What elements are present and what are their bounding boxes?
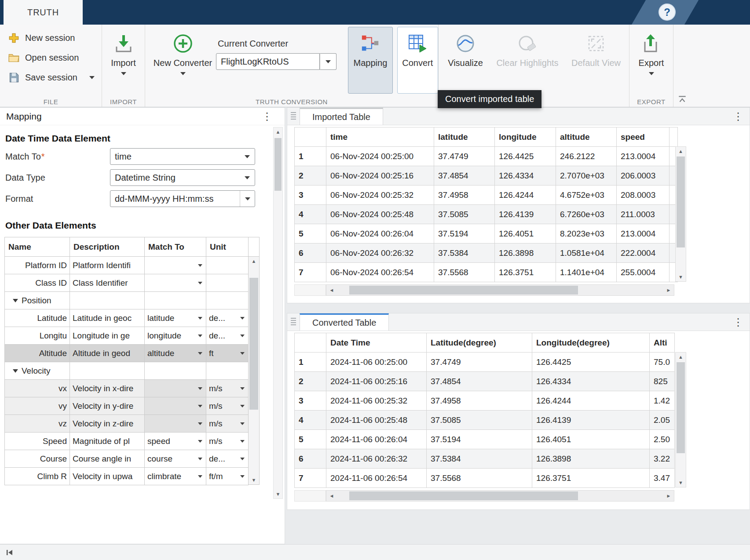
scroll-down-icon[interactable]: ▼: [274, 490, 282, 498]
element-description-cell[interactable]: Altitude in geod: [70, 345, 145, 362]
unit-cell-dropdown[interactable]: de...: [206, 450, 249, 468]
convert-button[interactable]: Convert: [397, 27, 438, 94]
element-name-cell[interactable]: vx: [5, 380, 70, 397]
cell-speed[interactable]: 211.0003: [617, 205, 670, 224]
cell-longitude[interactable]: 126.4425: [495, 147, 556, 166]
cell-longitude[interactable]: 126.3898: [532, 449, 650, 469]
table-row[interactable]: 5 2024-11-06 00:26:04 37.5194 126.4051 2…: [295, 430, 675, 449]
cell-time[interactable]: 06-Nov-2024 00:25:00: [326, 147, 434, 166]
scrollbar-thumb[interactable]: [249, 278, 258, 410]
element-name-cell[interactable]: Velocity: [5, 362, 70, 380]
cell-altitude[interactable]: 1.1401e+04: [556, 263, 617, 282]
tab-truth[interactable]: TRUTH: [4, 0, 83, 25]
cell-latitude[interactable]: 37.5085: [434, 205, 495, 224]
cell-speed[interactable]: 255.0004: [617, 263, 670, 282]
unit-cell-dropdown[interactable]: m/s: [206, 380, 249, 397]
cell-longitude[interactable]: 126.4244: [495, 185, 556, 205]
cell-date-time[interactable]: 2024-11-06 00:26:04: [326, 430, 427, 449]
panel-menu-icon[interactable]: ⋮: [259, 108, 275, 125]
scroll-down-icon[interactable]: ▼: [676, 273, 686, 281]
unit-cell-dropdown[interactable]: m/s: [206, 397, 249, 415]
converted-horizontal-scrollbar[interactable]: ◄ ►: [326, 490, 674, 502]
unit-cell-dropdown[interactable]: [206, 257, 249, 274]
match-to-cell-dropdown[interactable]: [145, 362, 206, 380]
cell-altitude-clipped[interactable]: 2.50: [650, 430, 675, 449]
table-row[interactable]: 3 06-Nov-2024 00:25:32 37.4958 126.4244 …: [295, 185, 678, 205]
table-row[interactable]: 7 2024-11-06 00:26:54 37.5568 126.3751 3…: [295, 469, 675, 488]
cell-latitude[interactable]: 37.5384: [434, 244, 495, 263]
cell-time[interactable]: 06-Nov-2024 00:25:32: [326, 185, 434, 205]
cell-time[interactable]: 06-Nov-2024 00:26:32: [326, 244, 434, 263]
table-row[interactable]: 5 06-Nov-2024 00:26:04 37.5194 126.4051 …: [295, 224, 678, 244]
element-name-cell[interactable]: Latitude: [5, 309, 70, 327]
mapping-table-row[interactable]: Altitude Altitude in geod altitude ft: [5, 345, 249, 362]
table-row[interactable]: 2 2024-11-06 00:25:16 37.4854 126.4334 8…: [295, 372, 675, 391]
cell-longitude[interactable]: 126.4051: [532, 430, 650, 449]
cell-latitude[interactable]: 37.4749: [434, 147, 495, 166]
mapping-table-row[interactable]: Position: [5, 292, 249, 309]
combobox-dropdown-button[interactable]: [320, 53, 337, 70]
element-name-cell[interactable]: Climb R: [5, 468, 70, 485]
element-description-cell[interactable]: Latitude in geoc: [70, 309, 145, 327]
mapping-toggle-button[interactable]: Mapping: [348, 27, 392, 94]
collapse-ribbon-icon[interactable]: [676, 94, 688, 105]
mapping-table-row[interactable]: Class ID Class Identifier: [5, 274, 249, 292]
scrollbar-track[interactable]: [676, 361, 686, 478]
cell-altitude-clipped[interactable]: 75.0: [650, 353, 675, 372]
element-name-cell[interactable]: Platform ID: [5, 257, 70, 274]
mapping-table-row[interactable]: Climb R Velocity in upwa climbrate ft/m: [5, 468, 249, 485]
scrollbar-track[interactable]: [249, 265, 259, 476]
cell-date-time[interactable]: 2024-11-06 00:25:00: [326, 353, 427, 372]
scroll-down-icon[interactable]: ▼: [249, 476, 259, 484]
panel-menu-icon[interactable]: ⋮: [730, 108, 746, 125]
cell-altitude[interactable]: 4.6752e+03: [556, 185, 617, 205]
cell-latitude[interactable]: 37.4854: [434, 166, 495, 185]
unit-cell-dropdown[interactable]: de...: [206, 327, 249, 345]
element-name-cell[interactable]: Speed: [5, 433, 70, 450]
scrollbar-track[interactable]: [337, 491, 663, 501]
unit-cell-dropdown[interactable]: de...: [206, 309, 249, 327]
cell-time[interactable]: 06-Nov-2024 00:26:04: [326, 224, 434, 244]
export-button[interactable]: Export: [629, 27, 673, 94]
scrollbar-thumb[interactable]: [274, 138, 282, 191]
collapse-arrow-icon[interactable]: [13, 299, 18, 302]
cell-date-time[interactable]: 2024-11-06 00:25:16: [326, 372, 427, 391]
mapping-table-row[interactable]: Latitude Latitude in geoc latitude de...: [5, 309, 249, 327]
chevron-down-icon[interactable]: [649, 72, 654, 75]
cell-longitude[interactable]: 126.4425: [532, 353, 650, 372]
cell-altitude-clipped[interactable]: 3.47: [650, 469, 675, 488]
scroll-up-icon[interactable]: ▲: [249, 257, 259, 265]
cell-speed[interactable]: 206.0003: [617, 166, 670, 185]
mapping-table-row[interactable]: Longitu Longitude in ge longitude de...: [5, 327, 249, 345]
element-description-cell[interactable]: Velocity in x-dire: [70, 380, 145, 397]
match-to-cell-dropdown[interactable]: course: [145, 450, 206, 468]
cell-latitude[interactable]: 37.4958: [434, 185, 495, 205]
table-row[interactable]: 6 06-Nov-2024 00:26:32 37.5384 126.3898 …: [295, 244, 678, 263]
panel-grip-icon[interactable]: [291, 112, 296, 120]
scroll-up-icon[interactable]: ▲: [676, 147, 686, 156]
match-to-cell-dropdown[interactable]: [145, 274, 206, 292]
cell-date-time[interactable]: 2024-11-06 00:25:32: [326, 391, 427, 411]
help-button[interactable]: ?: [659, 4, 676, 21]
cell-latitude[interactable]: 37.4958: [427, 391, 532, 411]
unit-cell-dropdown[interactable]: m/s: [206, 433, 249, 450]
match-to-cell-dropdown[interactable]: speed: [145, 433, 206, 450]
tab-converted-table[interactable]: Converted Table: [300, 313, 389, 331]
element-description-cell[interactable]: Platform Identifi: [70, 257, 145, 274]
element-description-cell[interactable]: Class Identifier: [70, 274, 145, 292]
scrollbar-thumb[interactable]: [349, 286, 578, 295]
mapping-table-row[interactable]: vy Velocity in y-dire m/s: [5, 397, 249, 415]
new-session-button[interactable]: New session: [4, 28, 102, 48]
cell-speed[interactable]: 213.0004: [617, 224, 670, 244]
cell-date-time[interactable]: 2024-11-06 00:26:32: [326, 449, 427, 469]
scrollbar-track[interactable]: [274, 136, 282, 490]
chevron-down-icon[interactable]: [89, 76, 95, 79]
scrollbar-thumb[interactable]: [677, 156, 685, 247]
element-description-cell[interactable]: Velocity in y-dire: [70, 397, 145, 415]
cell-longitude[interactable]: 126.4334: [495, 166, 556, 185]
current-converter-value[interactable]: FlightLogKRtoUS: [216, 53, 320, 70]
cell-speed[interactable]: 208.0003: [617, 185, 670, 205]
table-row[interactable]: 1 06-Nov-2024 00:25:00 37.4749 126.4425 …: [295, 147, 678, 166]
table-row[interactable]: 7 06-Nov-2024 00:26:54 37.5568 126.3751 …: [295, 263, 678, 282]
cell-altitude-clipped[interactable]: 3.22: [650, 449, 675, 469]
